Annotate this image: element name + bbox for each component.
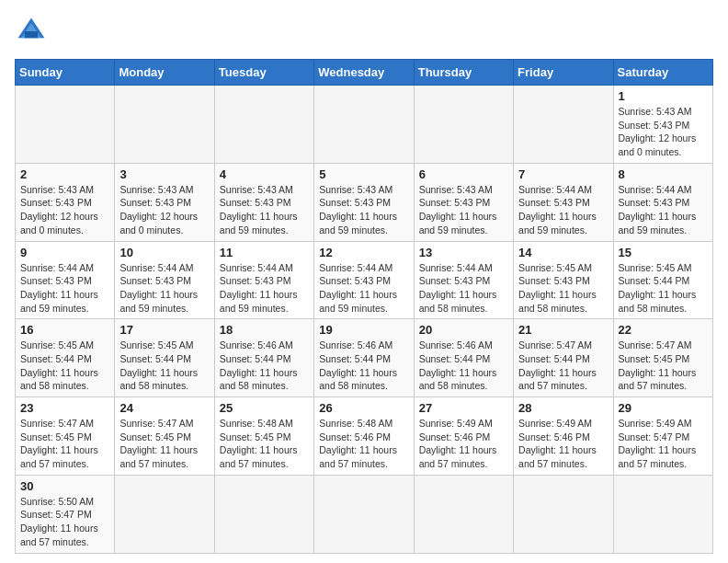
day-info: Sunrise: 5:49 AMSunset: 5:46 PMDaylight:… [518, 417, 608, 471]
sunrise-label: Sunrise: 5:48 AM [220, 418, 293, 429]
day-number: 23 [20, 401, 109, 415]
sunrise-label: Sunrise: 5:46 AM [419, 339, 493, 350]
sunrise-label: Sunrise: 5:47 AM [619, 339, 692, 350]
day-info: Sunrise: 5:50 AMSunset: 5:47 PMDaylight:… [20, 495, 109, 549]
daylight-label: Daylight: 11 hours and 57 minutes. [119, 444, 198, 469]
day-info: Sunrise: 5:46 AMSunset: 5:44 PMDaylight:… [319, 339, 408, 393]
daylight-label: Daylight: 11 hours and 58 minutes. [319, 367, 397, 392]
day-number: 2 [20, 167, 109, 181]
week-row-3: 16Sunrise: 5:45 AMSunset: 5:44 PMDayligh… [16, 319, 713, 397]
day-info: Sunrise: 5:44 AMSunset: 5:43 PMDaylight:… [220, 261, 309, 316]
sunrise-label: Sunrise: 5:44 AM [20, 262, 94, 273]
day-number: 28 [518, 401, 608, 415]
daylight-label: Daylight: 11 hours and 58 minutes. [518, 289, 597, 314]
day-number: 1 [619, 89, 708, 103]
week-row-2: 9Sunrise: 5:44 AMSunset: 5:43 PMDaylight… [16, 241, 713, 319]
calendar-cell [414, 475, 513, 553]
sunset-label: Sunset: 5:44 PM [20, 353, 92, 364]
calendar-cell: 15Sunrise: 5:45 AMSunset: 5:44 PMDayligh… [613, 241, 712, 319]
svg-rect-2 [25, 31, 38, 38]
calendar-cell [214, 86, 313, 164]
sunrise-label: Sunrise: 5:45 AM [20, 339, 94, 350]
day-info: Sunrise: 5:45 AMSunset: 5:44 PMDaylight:… [20, 339, 109, 393]
sunset-label: Sunset: 5:44 PM [518, 353, 590, 364]
calendar-cell: 17Sunrise: 5:45 AMSunset: 5:44 PMDayligh… [115, 319, 214, 397]
calendar-table: SundayMondayTuesdayWednesdayThursdayFrid… [15, 59, 713, 554]
sunset-label: Sunset: 5:43 PM [319, 275, 391, 286]
daylight-label: Daylight: 11 hours and 57 minutes. [518, 444, 597, 469]
calendar-cell [514, 475, 613, 553]
day-number: 22 [619, 323, 708, 337]
sunset-label: Sunset: 5:46 PM [319, 431, 391, 442]
daylight-label: Daylight: 11 hours and 59 minutes. [518, 211, 597, 236]
sunrise-label: Sunrise: 5:49 AM [419, 418, 493, 429]
daylight-label: Daylight: 11 hours and 57 minutes. [518, 367, 597, 392]
calendar-cell: 9Sunrise: 5:44 AMSunset: 5:43 PMDaylight… [16, 241, 115, 319]
sunrise-label: Sunrise: 5:45 AM [518, 262, 592, 273]
sunset-label: Sunset: 5:43 PM [419, 275, 491, 286]
day-number: 7 [518, 167, 608, 181]
daylight-label: Daylight: 11 hours and 59 minutes. [419, 211, 497, 236]
calendar-cell [414, 86, 513, 164]
daylight-label: Daylight: 11 hours and 59 minutes. [220, 211, 298, 236]
calendar-cell [115, 475, 214, 553]
day-number: 9 [20, 246, 109, 259]
day-number: 18 [220, 323, 309, 337]
day-info: Sunrise: 5:46 AMSunset: 5:44 PMDaylight:… [220, 339, 309, 393]
weekday-header-thursday: Thursday [414, 60, 513, 86]
sunrise-label: Sunrise: 5:43 AM [220, 184, 293, 195]
calendar-cell: 7Sunrise: 5:44 AMSunset: 5:43 PMDaylight… [514, 163, 613, 241]
day-number: 30 [20, 479, 109, 493]
daylight-label: Daylight: 11 hours and 58 minutes. [119, 367, 198, 392]
calendar-cell: 13Sunrise: 5:44 AMSunset: 5:43 PMDayligh… [414, 241, 513, 319]
daylight-label: Daylight: 12 hours and 0 minutes. [20, 211, 98, 236]
calendar-body: 1Sunrise: 5:43 AMSunset: 5:43 PMDaylight… [16, 86, 713, 554]
sunset-label: Sunset: 5:45 PM [220, 431, 291, 442]
sunrise-label: Sunrise: 5:44 AM [518, 184, 592, 195]
sunrise-label: Sunrise: 5:46 AM [220, 339, 293, 350]
daylight-label: Daylight: 11 hours and 57 minutes. [619, 444, 697, 469]
day-info: Sunrise: 5:43 AMSunset: 5:43 PMDaylight:… [119, 183, 209, 237]
sunset-label: Sunset: 5:46 PM [518, 431, 590, 442]
calendar-cell: 27Sunrise: 5:49 AMSunset: 5:46 PMDayligh… [414, 397, 513, 476]
sunrise-label: Sunrise: 5:44 AM [619, 184, 692, 195]
sunrise-label: Sunrise: 5:43 AM [419, 184, 493, 195]
daylight-label: Daylight: 11 hours and 58 minutes. [419, 289, 497, 314]
sunset-label: Sunset: 5:43 PM [319, 197, 391, 208]
sunset-label: Sunset: 5:47 PM [20, 509, 92, 520]
sunset-label: Sunset: 5:45 PM [20, 431, 92, 442]
day-info: Sunrise: 5:43 AMSunset: 5:43 PMDaylight:… [20, 183, 109, 237]
week-row-1: 2Sunrise: 5:43 AMSunset: 5:43 PMDaylight… [16, 163, 713, 241]
sunrise-label: Sunrise: 5:43 AM [119, 184, 193, 195]
day-number: 16 [20, 323, 109, 337]
sunrise-label: Sunrise: 5:43 AM [319, 184, 392, 195]
sunset-label: Sunset: 5:43 PM [220, 197, 291, 208]
daylight-label: Daylight: 11 hours and 57 minutes. [619, 367, 697, 392]
calendar-cell: 3Sunrise: 5:43 AMSunset: 5:43 PMDaylight… [115, 163, 214, 241]
sunrise-label: Sunrise: 5:43 AM [20, 184, 94, 195]
day-info: Sunrise: 5:47 AMSunset: 5:45 PMDaylight:… [619, 339, 708, 393]
calendar-cell: 10Sunrise: 5:44 AMSunset: 5:43 PMDayligh… [115, 241, 214, 319]
sunrise-label: Sunrise: 5:45 AM [619, 262, 692, 273]
sunrise-label: Sunrise: 5:44 AM [119, 262, 193, 273]
day-number: 24 [119, 401, 209, 415]
sunset-label: Sunset: 5:45 PM [119, 431, 191, 442]
calendar-cell: 26Sunrise: 5:48 AMSunset: 5:46 PMDayligh… [314, 397, 414, 476]
sunset-label: Sunset: 5:44 PM [119, 353, 191, 364]
calendar-cell: 18Sunrise: 5:46 AMSunset: 5:44 PMDayligh… [214, 319, 313, 397]
daylight-label: Daylight: 11 hours and 57 minutes. [20, 523, 98, 547]
day-info: Sunrise: 5:43 AMSunset: 5:43 PMDaylight:… [220, 183, 309, 237]
calendar-cell: 21Sunrise: 5:47 AMSunset: 5:44 PMDayligh… [514, 319, 613, 397]
daylight-label: Daylight: 11 hours and 59 minutes. [220, 289, 298, 314]
sunrise-label: Sunrise: 5:48 AM [319, 418, 392, 429]
sunset-label: Sunset: 5:47 PM [619, 431, 690, 442]
day-info: Sunrise: 5:45 AMSunset: 5:44 PMDaylight:… [119, 339, 209, 393]
day-number: 3 [119, 167, 209, 181]
day-info: Sunrise: 5:45 AMSunset: 5:43 PMDaylight:… [518, 261, 608, 316]
day-number: 5 [319, 167, 408, 181]
day-info: Sunrise: 5:48 AMSunset: 5:45 PMDaylight:… [220, 417, 309, 471]
daylight-label: Daylight: 11 hours and 59 minutes. [619, 211, 697, 236]
sunrise-label: Sunrise: 5:47 AM [20, 418, 94, 429]
sunrise-label: Sunrise: 5:44 AM [220, 262, 293, 273]
calendar-cell: 1Sunrise: 5:43 AMSunset: 5:43 PMDaylight… [613, 86, 712, 164]
